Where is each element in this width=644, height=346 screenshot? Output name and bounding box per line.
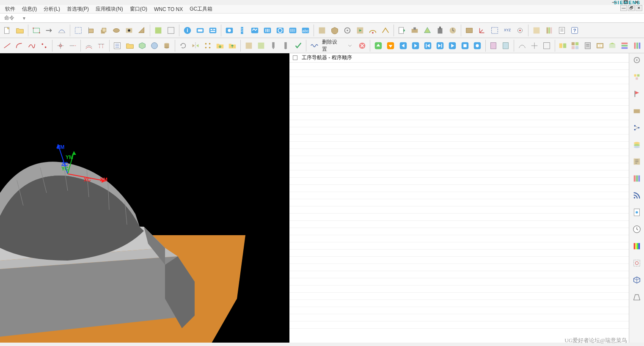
op-cube-icon[interactable]	[136, 40, 148, 52]
list-item[interactable]	[289, 264, 629, 271]
op-import-icon[interactable]	[215, 40, 226, 52]
menu-gc-toolbox[interactable]: GC工具箱	[186, 5, 216, 14]
list-item[interactable]	[289, 70, 629, 77]
tool-new-icon[interactable]	[1, 25, 13, 36]
op-sphere-icon[interactable]	[149, 40, 160, 52]
list-item[interactable]	[289, 99, 629, 106]
tool-thread-icon[interactable]	[236, 25, 248, 36]
panel-rss-icon[interactable]	[631, 189, 643, 201]
tool-rough-icon[interactable]	[249, 25, 261, 36]
nav-play-icon[interactable]	[447, 40, 458, 52]
tool-contour-icon[interactable]	[274, 25, 286, 36]
list-item[interactable]	[289, 228, 629, 235]
nav-up-icon[interactable]	[372, 40, 384, 52]
panel-books-icon[interactable]	[631, 173, 643, 184]
tool-origin-icon[interactable]	[514, 25, 526, 36]
tool-gouge-icon[interactable]	[380, 25, 391, 36]
panel-xray-icon[interactable]	[631, 257, 643, 269]
list-item[interactable]	[289, 314, 629, 321]
op-rotate-icon[interactable]	[177, 40, 189, 52]
curve-line-icon[interactable]	[1, 40, 13, 52]
panel-model-icon[interactable]	[631, 105, 643, 117]
curve-arc-icon[interactable]	[14, 40, 25, 52]
window-minimize[interactable]: —	[610, 0, 619, 5]
op-folder-icon[interactable]	[124, 40, 135, 52]
list-item[interactable]	[289, 149, 629, 156]
op-check-icon[interactable]	[292, 40, 304, 52]
curve-point-icon[interactable]	[39, 40, 50, 52]
menu-app-module[interactable]: 应用模块(N)	[92, 5, 127, 14]
tool-wireframe-icon[interactable]	[165, 25, 177, 36]
tool-datum-icon[interactable]	[85, 25, 97, 36]
nav-next-icon[interactable]	[410, 40, 421, 52]
list-item[interactable]	[289, 257, 629, 264]
list-item[interactable]	[289, 63, 629, 70]
list-item[interactable]	[289, 185, 629, 192]
tool-post-icon[interactable]	[316, 25, 328, 36]
list-item[interactable]	[289, 214, 629, 221]
tool-xyz-icon[interactable]: XYZ	[501, 25, 513, 36]
panel-assembly-icon[interactable]	[631, 71, 643, 83]
nav-down-icon[interactable]	[385, 40, 396, 52]
book1-icon[interactable]	[488, 40, 499, 52]
tool-rectangle-icon[interactable]	[30, 25, 42, 36]
tool-engrave-icon[interactable]: abc	[300, 25, 311, 36]
list-item[interactable]	[289, 278, 629, 286]
tool-help-icon[interactable]: ?	[569, 25, 581, 36]
tool-arrow-icon[interactable]	[43, 25, 55, 36]
group4-icon[interactable]	[594, 40, 605, 52]
tool-wcs-icon[interactable]	[476, 25, 488, 36]
curve-offset-icon[interactable]	[83, 40, 94, 52]
panel-clock-icon[interactable]	[631, 223, 643, 235]
tool-verify-icon[interactable]	[329, 25, 341, 36]
list-item[interactable]	[289, 321, 629, 329]
doc-restore[interactable]: 🗗	[628, 5, 635, 11]
tool-setup-icon[interactable]	[409, 25, 421, 36]
tool-shaded-icon[interactable]	[152, 25, 164, 36]
op-wave-icon[interactable]	[308, 40, 320, 52]
tool-report-icon[interactable]	[556, 25, 568, 36]
list-item[interactable]	[289, 307, 629, 314]
tool-ncprogram-icon[interactable]	[396, 25, 408, 36]
panel-layers-icon[interactable]	[631, 139, 643, 151]
list-item[interactable]	[289, 135, 629, 142]
delete-dropdown-icon[interactable]	[344, 40, 355, 52]
list-item[interactable]	[289, 84, 629, 91]
group2-icon[interactable]	[570, 40, 581, 52]
tool-library-icon[interactable]	[543, 25, 555, 36]
tool-toolpath-icon[interactable]	[367, 25, 379, 36]
tool-machine-icon[interactable]	[434, 25, 446, 36]
panel-perspective-icon[interactable]	[631, 291, 643, 303]
tool-settings-icon[interactable]	[341, 25, 353, 36]
tool-info-icon[interactable]: i	[182, 25, 193, 36]
tool-extrude-icon[interactable]	[98, 25, 110, 36]
list-item[interactable]	[289, 156, 629, 163]
nav-prev-icon[interactable]	[397, 40, 409, 52]
window-maximize[interactable]: 🗖	[621, 0, 630, 5]
tool-finish-icon[interactable]	[261, 25, 273, 36]
misc2-icon[interactable]	[528, 40, 540, 52]
group3-icon[interactable]	[582, 40, 593, 52]
list-item[interactable]	[289, 286, 629, 293]
doc-close[interactable]: ✕	[636, 5, 642, 11]
menu-info[interactable]: 信息(I)	[19, 5, 40, 14]
op-mirror-icon[interactable]	[190, 40, 201, 52]
list-item[interactable]	[289, 199, 629, 206]
tool-open-icon[interactable]	[14, 25, 26, 36]
window-close[interactable]: ✕	[632, 0, 641, 5]
tool-revolve-icon[interactable]	[110, 25, 122, 36]
list-item[interactable]	[289, 235, 629, 242]
list-item[interactable]	[289, 77, 629, 84]
menu-preferences[interactable]: 首选项(P)	[63, 5, 92, 14]
panel-settings-icon[interactable]	[631, 54, 643, 66]
list-item[interactable]	[289, 221, 629, 228]
viewport-3d[interactable]: ZM YM ZC YC XC XM	[0, 53, 289, 343]
list-item[interactable]	[289, 127, 629, 135]
curve-project-icon[interactable]	[96, 40, 107, 52]
misc3-icon[interactable]	[541, 40, 552, 52]
navigator-body[interactable]	[289, 63, 629, 343]
menu-software[interactable]: 软件	[2, 5, 19, 14]
list-item[interactable]	[289, 163, 629, 170]
nav-record-icon[interactable]	[471, 40, 483, 52]
tool-geometry-icon[interactable]	[421, 25, 433, 36]
